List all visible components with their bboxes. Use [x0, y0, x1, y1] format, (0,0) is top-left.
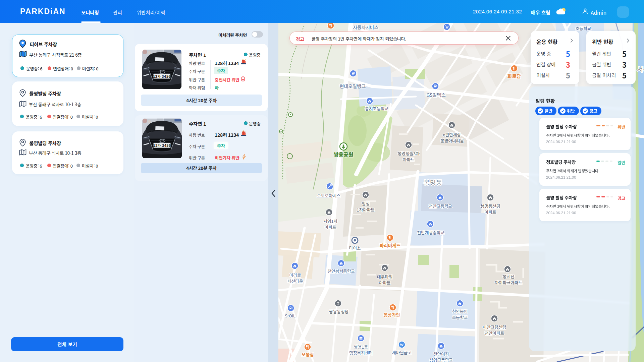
svg-text:아파트: 아파트 [325, 224, 336, 230]
svg-text:행정복지센터: 행정복지센터 [349, 350, 373, 356]
svg-text:초등학교: 초등학교 [452, 314, 468, 320]
svg-text:시영1차: 시영1차 [323, 218, 337, 224]
svg-text:아이파크아파트: 아이파크아파트 [495, 279, 522, 286]
svg-text:몽상가인: 몽상가인 [384, 311, 400, 318]
svg-text:대우타워: 대우타워 [377, 274, 393, 280]
svg-text:천안여자: 천안여자 [433, 351, 449, 357]
svg-text:일성: 일성 [362, 200, 369, 207]
svg-text:이안그랑센텀: 이안그랑센텀 [483, 324, 506, 330]
svg-text:아파트: 아파트 [485, 209, 496, 215]
svg-text:천안고등학교: 천안고등학교 [429, 203, 452, 209]
svg-text:파리바게뜨: 파리바게뜨 [380, 242, 401, 249]
svg-text:봉명동선경: 봉명동선경 [481, 203, 500, 209]
svg-text:봉명청솔3차: 봉명청솔3차 [397, 150, 420, 157]
svg-text:패션타운: 패션타운 [287, 278, 303, 284]
svg-text:쌍용1동: 쌍용1동 [354, 344, 368, 350]
svg-text:오봉집: 오봉집 [302, 351, 314, 358]
svg-text:쌍용동성당: 쌍용동성당 [329, 308, 349, 315]
svg-text:다이소: 다이소 [349, 245, 361, 251]
svg-text:봉명동: 봉명동 [424, 178, 442, 187]
svg-text:서북: 서북 [637, 64, 644, 73]
svg-text:아파트: 아파트 [379, 280, 391, 286]
svg-text:S-OIL: S-OIL [285, 312, 296, 319]
svg-text:봉서초등학교: 봉서초등학교 [365, 105, 388, 112]
svg-text:천안계광중학교: 천안계광중학교 [417, 229, 444, 236]
svg-text:자동차서비스: 자동차서비스 [353, 24, 378, 31]
svg-text:봉서산: 봉서산 [503, 273, 515, 280]
svg-text:오토오아시스: 오토오아시스 [317, 192, 340, 199]
svg-text:봉명아너리움: 봉명아너리움 [440, 137, 464, 144]
svg-text:천안봉서중학교: 천안봉서중학교 [327, 268, 355, 274]
svg-text:1차아파트: 1차아파트 [357, 206, 375, 213]
svg-text:현대오일뱅크: 현대오일뱅크 [339, 82, 366, 89]
svg-text:화로담: 화로담 [507, 72, 521, 79]
svg-text:미라클: 미라클 [289, 272, 301, 278]
svg-text:초등학교: 초등학교 [576, 25, 591, 32]
svg-text:GS칼텍스: GS칼텍스 [426, 91, 445, 98]
svg-text:천안봉명: 천안봉명 [452, 308, 468, 314]
svg-text:상업고등학교: 상업고등학교 [429, 357, 453, 362]
svg-text:e편한세상: e편한세상 [443, 131, 461, 138]
svg-text:새마을금고: 새마을금고 [392, 349, 412, 356]
svg-text:아파트: 아파트 [403, 156, 415, 163]
svg-text:쌍용공원: 쌍용공원 [334, 150, 354, 158]
svg-text:천안아파트: 천안아파트 [485, 330, 504, 336]
